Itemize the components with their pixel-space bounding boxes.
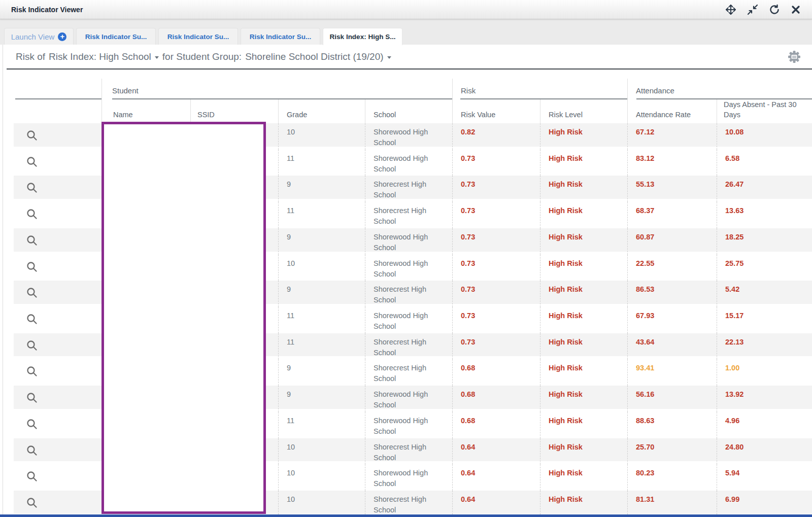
search-icon[interactable] [26,470,38,482]
search-icon[interactable] [26,313,38,325]
cell-school: Shorecrest High School [365,333,452,360]
column-header-risk-level[interactable]: Risk Level [540,99,627,125]
search-icon[interactable] [26,129,38,142]
report-dropdown-value: Risk Index: High School [49,51,151,62]
column-header-attendance-rate[interactable]: Attendance Rate [627,99,717,125]
cell-risk-level: High Risk [540,281,627,307]
group-header-student: Student [101,79,452,99]
cell-risk-value: 0.73 [452,255,540,281]
row-search-cell [14,255,101,281]
row-search-cell [14,386,101,412]
search-icon[interactable] [26,339,38,352]
cell-risk-value: 0.73 [452,307,540,333]
risk-indicator-viewer-window: Risk Indicator Viewer [0,0,812,517]
cell-grade: 9 [278,176,365,202]
cell-school: Shorecrest High School [365,176,452,202]
cell-grade: 9 [278,281,365,307]
cell-risk-value: 0.73 [452,228,540,255]
cell-attendance-rate: 67.12 [627,123,717,150]
cell-grade: 9 [278,359,365,386]
search-icon[interactable] [26,261,38,273]
column-header-school[interactable]: School [365,99,452,125]
cell-risk-value: 0.82 [452,123,540,150]
window-title: Risk Indicator Viewer [11,6,83,14]
cell-school: Shorewood High School [365,464,452,491]
cell-grade: 10 [278,438,365,465]
cell-days-absent: 5.94 [717,464,812,491]
row-search-cell [14,491,101,517]
tab-bar: Launch View + Risk Indicator Su... Risk … [0,19,812,45]
cell-risk-value: 0.73 [452,176,540,202]
column-header-name[interactable]: Name [101,99,190,125]
horizontal-scrollbar[interactable] [0,514,812,517]
cell-attendance-rate: 55.13 [627,176,717,202]
search-icon[interactable] [26,497,38,509]
cell-grade: 10 [278,255,365,281]
cell-attendance-rate: 67.93 [627,307,717,333]
cell-school: Shorecrest High School [365,491,452,517]
column-header-days-absent[interactable]: Days Absent - Past 30 Days [717,99,812,125]
search-icon[interactable] [26,392,38,404]
row-search-cell [14,202,101,228]
search-icon[interactable] [26,444,38,457]
search-icon[interactable] [26,156,38,168]
cell-school: Shorewood High School [365,255,452,281]
cell-days-absent: 22.13 [717,333,812,360]
window-controls [725,4,801,15]
column-header-risk-value[interactable]: Risk Value [452,99,540,125]
cell-days-absent: 25.75 [717,255,812,281]
cell-risk-level: High Risk [540,491,627,517]
search-icon[interactable] [26,234,38,247]
cell-risk-value: 0.68 [452,412,540,438]
cell-risk-level: High Risk [540,412,627,438]
row-search-cell [14,123,101,150]
cell-days-absent: 10.08 [717,123,812,150]
cell-risk-value: 0.73 [452,202,540,228]
cell-risk-value: 0.73 [452,333,540,360]
tab-launch-view[interactable]: Launch View + [4,28,74,45]
search-icon[interactable] [26,418,38,430]
refresh-icon[interactable] [769,4,780,15]
cell-school: Shorewood High School [365,307,452,333]
column-header-ssid[interactable]: SSID [190,99,278,125]
cell-risk-level: High Risk [540,386,627,412]
close-icon[interactable] [791,5,801,15]
cell-school: Shorewood High School [365,412,452,438]
tab-risk-index-high-school[interactable]: Risk Index: High S... [323,28,402,45]
cell-grade: 9 [278,228,365,255]
chevron-down-icon [155,56,159,59]
row-search-cell [14,359,101,386]
cell-grade: 11 [278,307,365,333]
cell-school: Shorewood High School [365,123,452,150]
cell-grade: 9 [278,386,365,412]
row-search-cell [14,281,101,307]
move-icon[interactable] [725,4,736,15]
group-header-empty [14,79,101,99]
tab-risk-indicator-summary-3[interactable]: Risk Indicator Su... [241,28,320,45]
report-dropdown[interactable]: Risk Index: High School [49,51,159,62]
search-icon[interactable] [26,287,38,299]
search-icon[interactable] [26,365,38,377]
cell-attendance-rate: 60.87 [627,228,717,255]
search-icon[interactable] [26,208,38,220]
collapse-icon[interactable] [747,4,758,15]
cell-grade: 11 [278,202,365,228]
student-group-dropdown[interactable]: Shoreline School District (19/20) [245,51,391,62]
search-icon[interactable] [26,182,38,194]
cell-days-absent: 24.80 [717,438,812,465]
tab-risk-indicator-summary-2[interactable]: Risk Indicator Su... [158,28,238,45]
cell-school: Shorecrest High School [365,438,452,465]
tab-risk-indicator-summary-1[interactable]: Risk Indicator Su... [76,28,156,45]
cell-risk-level: High Risk [540,228,627,255]
table-group-header: Student Risk Attendance [14,79,812,99]
cell-grade: 11 [278,412,365,438]
cell-days-absent: 5.42 [717,281,812,307]
cell-risk-value: 0.64 [452,438,540,465]
cell-risk-level: High Risk [540,359,627,386]
cell-grade: 11 [278,333,365,360]
cell-days-absent: 13.63 [717,202,812,228]
cell-risk-value: 0.73 [452,281,540,307]
gear-icon[interactable] [787,50,801,66]
cell-attendance-rate: 25.70 [627,438,717,465]
column-header-grade[interactable]: Grade [278,99,365,125]
